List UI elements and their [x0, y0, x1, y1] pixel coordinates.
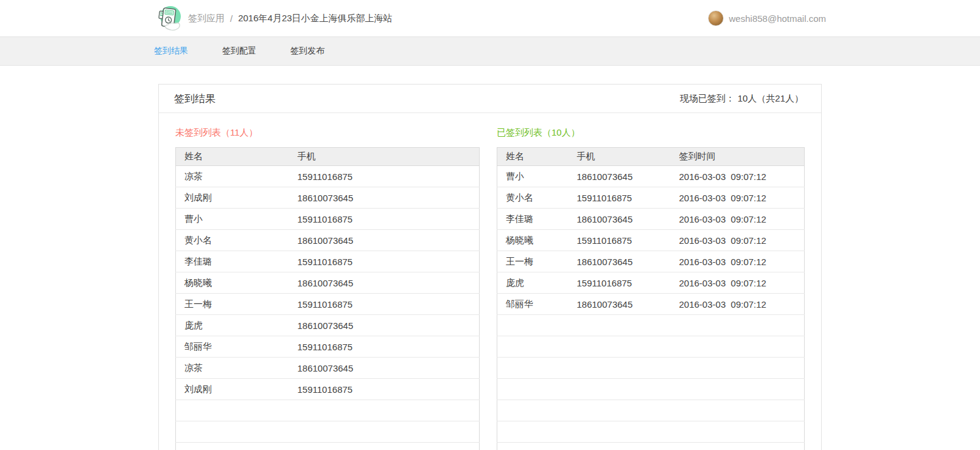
cell-name: 邹丽华	[176, 336, 289, 358]
tab-bar: 签到结果 签到配置 签到发布	[0, 36, 980, 66]
table-row: 李佳璐15911016875	[176, 251, 480, 272]
table-header-row: 姓名 手机 签到时间	[497, 148, 805, 166]
cell-checkin-time: 2016-03-03 09:07:12	[671, 251, 805, 272]
table-row: 曹小15911016875	[176, 209, 480, 230]
cell-phone: 15911016875	[289, 379, 480, 400]
cell-phone: 18610073645	[289, 358, 480, 379]
cell-phone: 15911016875	[289, 294, 480, 315]
table-row: 刘成刚18610073645	[176, 187, 480, 209]
column-header-checkin-time: 签到时间	[671, 148, 805, 166]
table-row: 凉茶18610073645	[176, 358, 480, 379]
cell-name: 王一梅	[176, 294, 289, 315]
table-row: 杨晓曦18610073645	[176, 272, 480, 294]
cell-name: 庞虎	[176, 315, 289, 336]
checkin-summary-label: 现场已签到：	[680, 93, 735, 103]
cell-name: 曹小	[497, 166, 569, 187]
cell-checkin-time: 2016-03-03 09:07:12	[671, 294, 805, 315]
cell-phone: 15911016875	[289, 209, 480, 230]
cell-checkin-time: 2016-03-03 09:07:12	[671, 272, 805, 294]
tab-checkin-publish[interactable]: 签到发布	[290, 46, 324, 57]
cell-phone: 15911016875	[289, 166, 480, 187]
not-checked-in-section: 未签到列表（11人） 姓名 手机 凉茶15911016875刘成刚1861007…	[175, 127, 480, 450]
table-row: 邹丽华186100736452016-03-03 09:07:12	[497, 294, 805, 315]
cell-name: 刘成刚	[176, 187, 289, 209]
not-checked-in-title: 未签到列表（11人）	[175, 127, 480, 139]
panel-body: 未签到列表（11人） 姓名 手机 凉茶15911016875刘成刚1861007…	[159, 113, 821, 450]
table-row: 李佳璐186100736452016-03-03 09:07:12	[497, 209, 805, 230]
cell-name: 凉茶	[176, 358, 289, 379]
cell-phone: 18610073645	[289, 230, 480, 251]
user-email[interactable]: weshi858@hotmail.com	[729, 13, 826, 24]
table-row: 黄小名159110168752016-03-03 09:07:12	[497, 187, 805, 209]
user-menu[interactable]: weshi858@hotmail.com	[708, 10, 826, 26]
app-header: 签到应用 / 2016年4月23日小金上海俱乐部上海站 weshi858@hot…	[0, 0, 980, 36]
cell-phone: 15911016875	[569, 187, 671, 209]
table-row: 黄小名18610073645	[176, 230, 480, 251]
checked-in-title: 已签到列表（10人）	[497, 127, 805, 139]
checked-in-table: 姓名 手机 签到时间 曹小186100736452016-03-03 09:07…	[497, 147, 805, 450]
column-header-name: 姓名	[176, 148, 289, 166]
cell-phone: 15911016875	[569, 230, 671, 251]
cell-name: 曹小	[176, 209, 289, 230]
table-header-row: 姓名 手机	[176, 148, 480, 166]
breadcrumb-event-title: 2016年4月23日小金上海俱乐部上海站	[238, 13, 392, 24]
user-avatar[interactable]	[708, 10, 724, 26]
checkin-results-panel: 签到结果 现场已签到：10人（共21人） 未签到列表（11人） 姓名 手机 凉茶…	[158, 84, 822, 450]
cell-phone: 18610073645	[569, 294, 671, 315]
table-row-empty	[497, 315, 805, 336]
table-row-empty	[176, 400, 480, 421]
table-row-empty	[497, 400, 805, 421]
main-content: 签到结果 现场已签到：10人（共21人） 未签到列表（11人） 姓名 手机 凉茶…	[0, 84, 980, 450]
table-row-empty	[497, 336, 805, 358]
table-row-empty	[176, 443, 480, 450]
empty-cell	[497, 379, 805, 400]
cell-phone: 18610073645	[289, 315, 480, 336]
cell-checkin-time: 2016-03-03 09:07:12	[671, 166, 805, 187]
cell-phone: 18610073645	[289, 272, 480, 294]
cell-name: 刘成刚	[176, 379, 289, 400]
empty-cell	[497, 421, 805, 443]
cell-checkin-time: 2016-03-03 09:07:12	[671, 209, 805, 230]
checked-in-section: 已签到列表（10人） 姓名 手机 签到时间 曹小186100736452016-…	[497, 127, 805, 450]
cell-phone: 18610073645	[289, 187, 480, 209]
cell-phone: 18610073645	[569, 209, 671, 230]
tab-checkin-results[interactable]: 签到结果	[154, 46, 188, 57]
table-row: 庞虎159110168752016-03-03 09:07:12	[497, 272, 805, 294]
empty-cell	[497, 358, 805, 379]
cell-name: 杨晓曦	[497, 230, 569, 251]
panel-header: 签到结果 现场已签到：10人（共21人）	[159, 85, 821, 113]
cell-name: 黄小名	[497, 187, 569, 209]
cell-phone: 15911016875	[289, 251, 480, 272]
table-row-empty	[497, 443, 805, 450]
empty-cell	[497, 315, 805, 336]
breadcrumb-app-name[interactable]: 签到应用	[188, 13, 225, 24]
column-header-phone: 手机	[569, 148, 671, 166]
not-checked-in-table: 姓名 手机 凉茶15911016875刘成刚18610073645曹小15911…	[175, 147, 480, 450]
cell-name: 凉茶	[176, 166, 289, 187]
cell-phone: 15911016875	[289, 336, 480, 358]
empty-cell	[176, 400, 480, 421]
breadcrumb: 签到应用 / 2016年4月23日小金上海俱乐部上海站	[154, 4, 393, 33]
cell-checkin-time: 2016-03-03 09:07:12	[671, 187, 805, 209]
tab-checkin-config[interactable]: 签到配置	[222, 46, 256, 57]
table-row-empty	[497, 421, 805, 443]
table-row: 刘成刚15911016875	[176, 379, 480, 400]
table-row: 杨晓曦159110168752016-03-03 09:07:12	[497, 230, 805, 251]
table-row: 邹丽华15911016875	[176, 336, 480, 358]
cell-name: 李佳璐	[176, 251, 289, 272]
table-row-empty	[497, 358, 805, 379]
empty-cell	[497, 443, 805, 450]
table-row-empty	[176, 421, 480, 443]
checkin-summary-value: 10人（共21人）	[738, 93, 803, 103]
checkin-summary: 现场已签到：10人（共21人）	[680, 93, 803, 105]
cell-name: 李佳璐	[497, 209, 569, 230]
column-header-name: 姓名	[497, 148, 569, 166]
cell-checkin-time: 2016-03-03 09:07:12	[671, 230, 805, 251]
cell-phone: 15911016875	[569, 272, 671, 294]
panel-title: 签到结果	[174, 92, 215, 106]
cell-name: 黄小名	[176, 230, 289, 251]
table-row: 凉茶15911016875	[176, 166, 480, 187]
table-row-empty	[497, 379, 805, 400]
table-row: 王一梅15911016875	[176, 294, 480, 315]
table-row: 王一梅186100736452016-03-03 09:07:12	[497, 251, 805, 272]
